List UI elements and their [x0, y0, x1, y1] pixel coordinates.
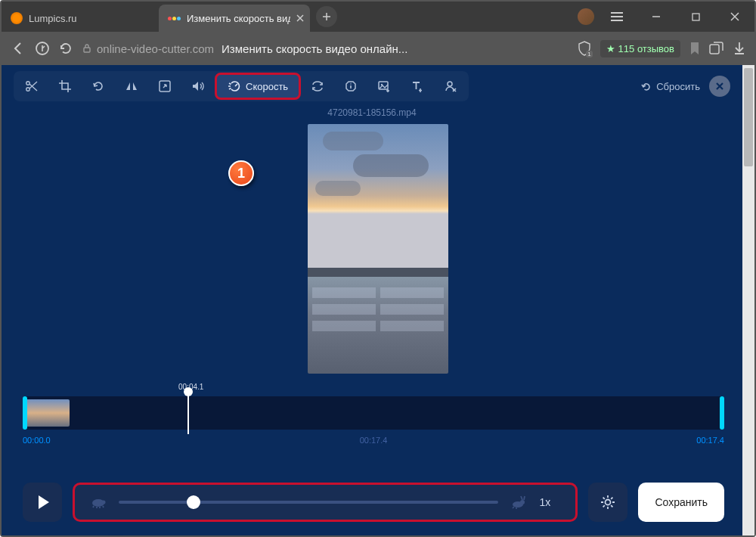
play-button[interactable] [23, 483, 62, 522]
speed-icon [228, 79, 241, 93]
avatar[interactable] [578, 8, 594, 25]
scrollbar[interactable] [742, 65, 754, 535]
scroll-thumb[interactable] [744, 68, 753, 166]
time-mid: 00:17.4 [360, 436, 388, 445]
speed-panel: 1x [73, 483, 578, 522]
timeline-area: 00:04.1 00:00.0 00:17.4 00:17.4 [23, 396, 724, 445]
filename-label: 4720981-185156.mp4 [2, 107, 742, 118]
svg-point-12 [102, 501, 106, 504]
save-button[interactable]: Сохранить [638, 483, 724, 522]
undo-icon [640, 81, 652, 92]
volume-tool[interactable] [181, 73, 215, 100]
resize-tool[interactable] [148, 73, 181, 100]
tab-label: Изменить скорость вид [187, 13, 290, 24]
timeline-thumbnail [26, 399, 70, 427]
remove-logo-tool[interactable] [434, 73, 467, 100]
close-button[interactable] [709, 76, 730, 97]
time-start: 00:00.0 [23, 436, 51, 445]
tab-active[interactable]: Изменить скорость вид [159, 5, 310, 32]
close-icon[interactable] [296, 14, 304, 22]
svg-point-7 [350, 83, 352, 85]
svg-rect-0 [692, 14, 699, 20]
loop-tool[interactable] [301, 73, 334, 100]
close-window-button[interactable] [718, 5, 751, 29]
address-bar: online-video-cutter.com Изменить скорост… [2, 32, 754, 65]
svg-rect-3 [710, 45, 719, 54]
flip-tool[interactable] [115, 73, 148, 100]
svg-point-14 [520, 500, 525, 504]
yandex-icon[interactable] [35, 41, 50, 56]
settings-button[interactable] [588, 483, 627, 522]
speed-value: 1x [539, 496, 560, 508]
favicon-active [168, 17, 181, 20]
time-end: 00:17.4 [696, 436, 724, 445]
crop-tool[interactable] [48, 73, 82, 100]
url-title: Изменить скорость видео онлайн... [222, 42, 407, 55]
reset-button[interactable]: Сбросить [640, 81, 700, 92]
maximize-button[interactable] [679, 5, 712, 29]
bottom-bar: 1x Сохранить [23, 483, 724, 522]
add-image-tool[interactable] [367, 73, 401, 100]
svg-point-10 [448, 82, 452, 86]
lock-icon [82, 43, 92, 54]
menu-icon[interactable] [600, 5, 634, 29]
browser-window: Lumpics.ru Изменить скорость вид [0, 0, 756, 537]
editor-toolbar: Скорость Сбросить [2, 71, 742, 101]
tab-label: Lumpics.ru [29, 13, 77, 24]
collections-icon[interactable] [709, 42, 724, 55]
reviews-badge[interactable]: ★ 115 отзывов [600, 40, 680, 57]
speed-label: Скорость [246, 81, 288, 92]
svg-point-4 [26, 82, 29, 85]
reset-label: Сбросить [656, 81, 700, 92]
rotate-tool[interactable] [82, 73, 115, 100]
add-text-tool[interactable] [401, 73, 434, 100]
svg-point-15 [606, 500, 611, 505]
turtle-icon [90, 496, 107, 508]
shield-icon[interactable]: 1 [578, 41, 591, 56]
svg-point-5 [26, 88, 29, 91]
gear-icon [600, 494, 616, 511]
reviews-text: 115 отзывов [618, 43, 674, 54]
speed-slider[interactable] [119, 501, 498, 504]
timeline[interactable] [23, 396, 724, 430]
svg-rect-2 [84, 48, 90, 52]
stabilize-tool[interactable] [334, 73, 367, 100]
tool-group: Скорость [14, 71, 469, 101]
play-icon [39, 495, 49, 509]
back-button[interactable] [11, 41, 26, 56]
save-label: Сохранить [655, 496, 708, 508]
slider-knob[interactable] [187, 495, 200, 509]
titlebar: Lumpics.ru Изменить скорость вид [2, 2, 754, 32]
app-content: Скорость Сбросить 4720981-185156.mp4 [2, 65, 754, 535]
reload-button[interactable] [59, 42, 73, 55]
tab-lumpics[interactable]: Lumpics.ru [2, 5, 159, 32]
cut-tool[interactable] [15, 73, 48, 100]
favicon-lumpics [11, 12, 23, 24]
star-icon: ★ [606, 43, 615, 54]
bookmark-icon[interactable] [689, 42, 700, 55]
trim-handle-left[interactable] [23, 396, 27, 430]
playhead[interactable] [187, 392, 189, 434]
new-tab-button[interactable] [316, 6, 337, 27]
speed-tool[interactable]: Скорость [215, 73, 301, 100]
url-domain: online-video-cutter.com [97, 42, 214, 55]
trim-handle-right[interactable] [720, 396, 724, 430]
callout-1: 1 [228, 160, 254, 186]
download-icon[interactable] [733, 42, 745, 55]
rabbit-icon [510, 495, 527, 509]
url-field[interactable]: online-video-cutter.com Изменить скорост… [82, 42, 569, 55]
video-preview[interactable] [308, 124, 448, 374]
minimize-button[interactable] [640, 5, 673, 29]
